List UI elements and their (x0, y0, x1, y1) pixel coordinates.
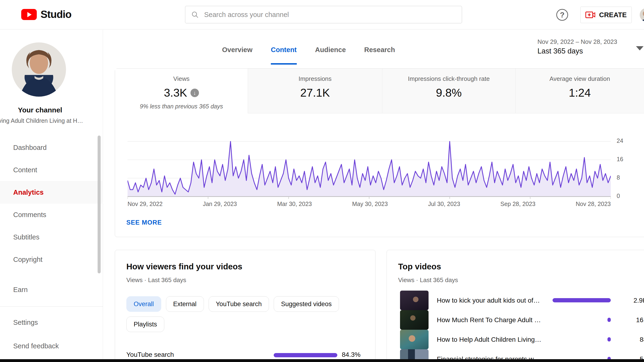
youtube-play-icon (21, 9, 37, 20)
sidebar-item-dashboard[interactable]: Dashboard (0, 136, 103, 159)
video-views-value: 161 (626, 316, 644, 324)
x-axis-tick: May 30, 2023 (352, 200, 388, 208)
x-axis-tick: Jul 30, 2023 (428, 200, 460, 208)
chip-suggested-videos[interactable]: Suggested videos (274, 296, 339, 312)
channel-avatar-image (12, 42, 66, 97)
tab-overview[interactable]: Overview (222, 46, 252, 64)
x-axis-tick: Sep 28, 2023 (500, 200, 536, 208)
tab-content[interactable]: Content (271, 46, 297, 64)
metric-views-number: 3.3K (164, 86, 187, 99)
sidebar-item-subtitles[interactable]: Subtitles (0, 226, 103, 248)
metric-avg-duration-value: 1:24 (516, 86, 644, 99)
chip-youtube-search[interactable]: YouTube search (208, 296, 269, 312)
metric-impressions-label: Impressions (248, 75, 382, 82)
sidebar-item-send-feedback[interactable]: Send feedback (0, 335, 103, 357)
metric-ctr[interactable]: Impressions click-through rate 9.8% (382, 68, 515, 113)
video-row[interactable]: How to kick your adult kids out of… 2.9K (400, 290, 640, 310)
sidebar-item-customization[interactable]: Customization (0, 300, 103, 306)
sidebar: Your channel viving Adult Children Livin… (0, 30, 103, 362)
trend-down-icon: ↓ (190, 88, 199, 97)
sidebar-menu: Dashboard Content Analytics Comments Sub… (0, 131, 103, 306)
metric-views-delta: 9% less than previous 365 days (115, 103, 248, 110)
sidebar-item-content[interactable]: Content (0, 158, 103, 181)
youtube-studio-logo[interactable]: Studio (21, 8, 72, 20)
video-title: How to Help Adult Children Living… (437, 336, 555, 344)
traffic-card-title: How viewers find your videos (126, 262, 242, 271)
metric-views[interactable]: Views 3.3K ↓ 9% less than previous 365 d… (115, 68, 248, 113)
chevron-down-icon[interactable] (636, 46, 644, 50)
date-range-picker[interactable]: Nov 29, 2022 – Nov 28, 2023 Last 365 day… (538, 38, 617, 56)
top-videos-card: Top videos Views · Last 365 days How to … (386, 250, 644, 362)
channel-title: Your channel (0, 106, 80, 114)
tab-research[interactable]: Research (364, 46, 395, 64)
date-range-preset: Last 365 days (538, 47, 617, 56)
video-title: How to kick your adult kids out of… (437, 297, 555, 304)
tab-audience[interactable]: Audience (315, 46, 346, 64)
create-button-label: CREATE (599, 11, 626, 19)
chip-external[interactable]: External (166, 296, 204, 312)
bottom-bar (0, 359, 644, 362)
top-videos-subtitle: Views · Last 365 days (398, 276, 458, 284)
x-axis-labels: Nov 29, 2022 Jan 29, 2023 Mar 30, 2023 M… (128, 200, 611, 208)
sidebar-item-settings[interactable]: Settings (0, 311, 103, 334)
metric-views-value: 3.3K ↓ (115, 86, 248, 99)
video-thumbnail (400, 290, 428, 310)
account-avatar-image (640, 8, 644, 22)
channel-name: viving Adult Children Living at H… (0, 117, 93, 124)
traffic-filter-chips: Overall External YouTube search Suggeste… (126, 296, 364, 332)
studio-logo-text: Studio (40, 8, 72, 20)
channel-avatar[interactable] (12, 42, 66, 97)
sidebar-item-analytics[interactable]: Analytics (0, 181, 103, 204)
metric-ctr-label: Impressions click-through rate (382, 75, 515, 82)
metric-avg-duration[interactable]: Average view duration 1:24 (515, 68, 644, 113)
sidebar-item-comments[interactable]: Comments (0, 204, 103, 226)
sidebar-scrollbar[interactable] (98, 136, 101, 274)
metric-tabs: Views 3.3K ↓ 9% less than previous 365 d… (115, 68, 644, 113)
y-axis-tick-8: 8 (617, 174, 633, 181)
video-thumbnail (400, 330, 428, 349)
y-axis-tick-0: 0 (617, 192, 633, 200)
video-views-value: 2.9K (626, 297, 644, 304)
analytics-overview-card: Views 3.3K ↓ 9% less than previous 365 d… (115, 68, 644, 237)
account-avatar[interactable] (640, 8, 644, 22)
video-title: How Much Rent To Charge Adult … (437, 316, 555, 324)
traffic-source-percent: 84.3% (342, 351, 360, 358)
x-axis-tick: Nov 28, 2023 (576, 200, 611, 208)
traffic-source-label: YouTube search (126, 351, 174, 358)
views-line-chart-svg (128, 131, 611, 200)
x-axis-tick: Mar 30, 2023 (277, 200, 312, 208)
metric-views-label: Views (115, 75, 248, 82)
top-bar: Studio ? CREATE (0, 0, 644, 30)
help-button[interactable]: ? (556, 9, 568, 21)
channel-search-box[interactable] (185, 6, 462, 23)
create-video-icon (585, 11, 595, 18)
video-views-bar (608, 337, 611, 342)
video-row[interactable]: How to Help Adult Children Living… 88 (400, 330, 640, 349)
y-axis-tick-16: 16 (617, 156, 633, 162)
chip-overall[interactable]: Overall (126, 296, 161, 312)
search-input[interactable] (204, 11, 456, 18)
x-axis-tick: Nov 29, 2022 (128, 200, 163, 208)
metric-ctr-value: 9.8% (382, 86, 515, 99)
video-thumbnail (400, 310, 428, 330)
top-videos-title: Top videos (398, 262, 441, 271)
create-button[interactable]: CREATE (580, 6, 632, 23)
video-views-bar (552, 298, 611, 302)
metric-impressions-value: 27.1K (248, 86, 382, 99)
chip-playlists[interactable]: Playlists (126, 316, 164, 332)
video-views-bar (608, 318, 611, 322)
traffic-source-bar-track (274, 353, 349, 357)
views-line-chart[interactable] (128, 131, 611, 196)
see-more-link[interactable]: SEE MORE (126, 219, 162, 226)
date-range-text: Nov 29, 2022 – Nov 28, 2023 (538, 38, 617, 46)
traffic-sources-card: How viewers find your videos Views · Las… (115, 250, 376, 362)
metric-avg-duration-label: Average view duration (516, 75, 644, 82)
search-icon (191, 10, 199, 18)
traffic-card-subtitle: Views · Last 365 days (126, 276, 186, 284)
sidebar-item-copyright[interactable]: Copyright (0, 248, 103, 271)
metric-impressions[interactable]: Impressions 27.1K (248, 68, 382, 113)
y-axis-tick-24: 24 (617, 138, 633, 144)
video-row[interactable]: How Much Rent To Charge Adult … 161 (400, 310, 640, 330)
traffic-source-bar (274, 353, 337, 357)
sidebar-item-earn[interactable]: Earn (0, 278, 103, 301)
